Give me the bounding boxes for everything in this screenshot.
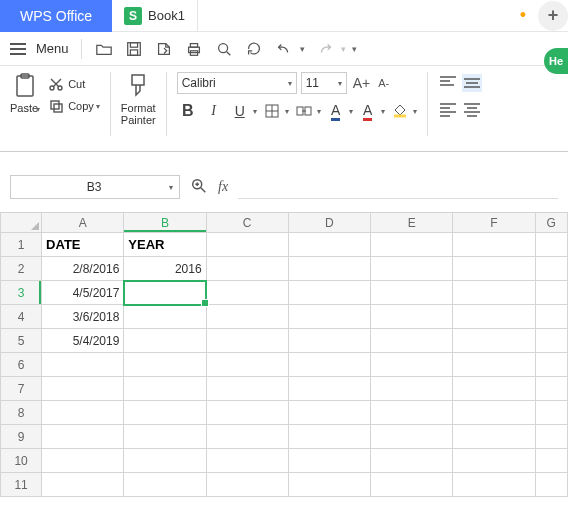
cell[interactable]	[206, 257, 288, 281]
save-icon[interactable]	[124, 39, 144, 59]
redo-icon[interactable]	[315, 39, 335, 59]
cell[interactable]	[535, 305, 567, 329]
row-header-4[interactable]: 4	[1, 305, 42, 329]
cell[interactable]	[453, 401, 535, 425]
cell[interactable]	[124, 473, 206, 497]
cell[interactable]	[206, 449, 288, 473]
row-header-8[interactable]: 8	[1, 401, 42, 425]
cell[interactable]	[206, 233, 288, 257]
cell[interactable]	[206, 377, 288, 401]
fill-dropdown[interactable]: ▾	[413, 107, 417, 116]
new-tab-button[interactable]: +	[538, 1, 568, 31]
cell[interactable]	[42, 377, 124, 401]
select-all-corner[interactable]	[1, 213, 42, 233]
cell-B5[interactable]	[124, 329, 206, 353]
cell[interactable]	[288, 329, 370, 353]
cell[interactable]	[124, 353, 206, 377]
cell[interactable]	[453, 281, 535, 305]
name-box[interactable]: B3 ▾	[10, 175, 180, 199]
col-header-A[interactable]: A	[42, 213, 124, 233]
cell[interactable]	[453, 377, 535, 401]
row-header-7[interactable]: 7	[1, 377, 42, 401]
cell[interactable]	[535, 473, 567, 497]
cell[interactable]	[124, 377, 206, 401]
font-color-dropdown[interactable]: ▾	[349, 107, 353, 116]
cell[interactable]	[206, 305, 288, 329]
cell[interactable]	[535, 281, 567, 305]
open-icon[interactable]	[94, 39, 114, 59]
cell-B4[interactable]	[124, 305, 206, 329]
cell-A3[interactable]: 4/5/2017	[42, 281, 124, 305]
cell[interactable]	[453, 425, 535, 449]
align-middle-button[interactable]	[462, 74, 482, 92]
col-header-F[interactable]: F	[453, 213, 535, 233]
cell-B2[interactable]: 2016	[124, 257, 206, 281]
highlight-color-button[interactable]: A	[357, 100, 379, 122]
cell-A5[interactable]: 5/4/2019	[42, 329, 124, 353]
align-top-button[interactable]	[438, 74, 458, 92]
cell-A2[interactable]: 2/8/2016	[42, 257, 124, 281]
cell[interactable]	[453, 449, 535, 473]
cell[interactable]	[288, 281, 370, 305]
underline-dropdown[interactable]: ▾	[253, 107, 257, 116]
cell[interactable]	[371, 473, 453, 497]
cell[interactable]	[535, 377, 567, 401]
cell[interactable]	[371, 425, 453, 449]
help-button[interactable]: He	[544, 48, 568, 74]
row-header-5[interactable]: 5	[1, 329, 42, 353]
fill-color-button[interactable]	[389, 100, 411, 122]
increase-font-button[interactable]: A+	[351, 75, 373, 91]
cell[interactable]	[453, 353, 535, 377]
menu-icon[interactable]	[10, 43, 26, 55]
row-header-10[interactable]: 10	[1, 449, 42, 473]
cell[interactable]	[453, 305, 535, 329]
cell[interactable]	[206, 353, 288, 377]
cell[interactable]	[371, 233, 453, 257]
font-color-button[interactable]: A	[325, 100, 347, 122]
paste-button[interactable]: Paste▾	[10, 72, 40, 115]
col-header-E[interactable]: E	[371, 213, 453, 233]
bold-button[interactable]: B	[177, 100, 199, 122]
cell[interactable]	[453, 329, 535, 353]
cell[interactable]	[371, 257, 453, 281]
cell[interactable]	[288, 473, 370, 497]
row-header-1[interactable]: 1	[1, 233, 42, 257]
cell[interactable]	[42, 449, 124, 473]
quickbar-customize[interactable]: ▾	[352, 44, 357, 54]
cell[interactable]	[371, 329, 453, 353]
redo-dropdown[interactable]: ▾	[341, 44, 346, 54]
export-icon[interactable]	[154, 39, 174, 59]
document-tab[interactable]: S Book1	[112, 0, 198, 32]
copy-button[interactable]: Copy▾	[48, 98, 100, 114]
cell[interactable]	[371, 401, 453, 425]
cell[interactable]	[42, 425, 124, 449]
cell[interactable]	[288, 401, 370, 425]
col-header-D[interactable]: D	[288, 213, 370, 233]
cut-button[interactable]: Cut	[48, 76, 100, 92]
cell[interactable]	[535, 233, 567, 257]
cell[interactable]	[288, 305, 370, 329]
cell-B1[interactable]: YEAR	[124, 233, 206, 257]
cell[interactable]	[453, 257, 535, 281]
cell[interactable]	[124, 425, 206, 449]
cell[interactable]	[535, 425, 567, 449]
cell[interactable]	[124, 401, 206, 425]
cell[interactable]	[206, 281, 288, 305]
cell[interactable]	[206, 329, 288, 353]
cell[interactable]	[288, 377, 370, 401]
cell[interactable]	[535, 353, 567, 377]
cell[interactable]	[288, 233, 370, 257]
row-header-2[interactable]: 2	[1, 257, 42, 281]
cell[interactable]	[42, 401, 124, 425]
col-header-C[interactable]: C	[206, 213, 288, 233]
cell[interactable]	[42, 473, 124, 497]
cell[interactable]	[206, 473, 288, 497]
cell[interactable]	[371, 449, 453, 473]
formula-bar[interactable]	[238, 175, 558, 199]
cell[interactable]	[453, 473, 535, 497]
cell[interactable]	[535, 449, 567, 473]
borders-dropdown[interactable]: ▾	[285, 107, 289, 116]
cell[interactable]	[288, 257, 370, 281]
cell[interactable]	[371, 353, 453, 377]
print-icon[interactable]	[184, 39, 204, 59]
